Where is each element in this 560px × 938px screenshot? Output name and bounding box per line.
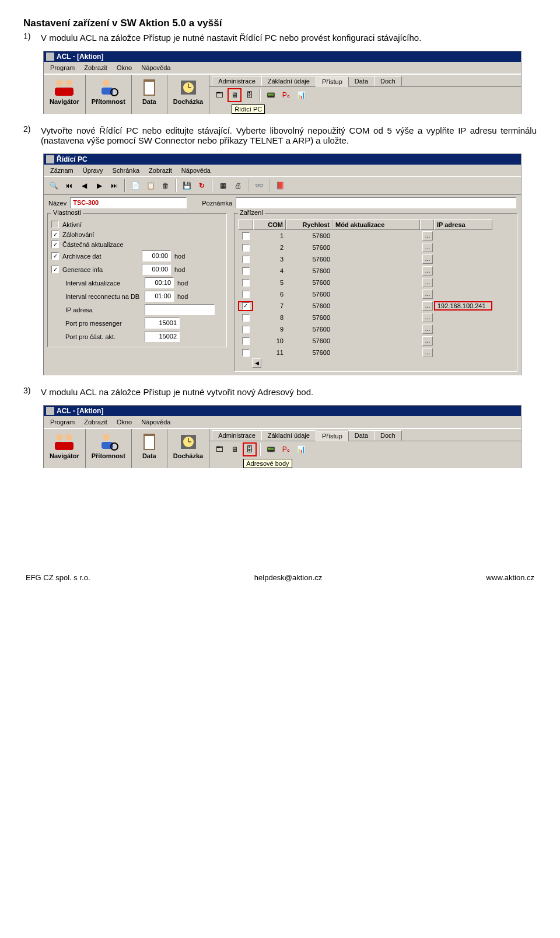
row-checkbox[interactable] (242, 291, 250, 298)
menu-napoveda2[interactable]: Nápověda (177, 166, 215, 175)
tool-icon-4[interactable]: 📟 (264, 443, 277, 456)
hscrollbar[interactable]: ◀ (238, 358, 513, 368)
last-icon[interactable]: ⏭ (108, 179, 121, 192)
data-button[interactable]: Data (132, 75, 167, 114)
generace-checkbox[interactable]: ✓ (51, 266, 59, 273)
tab-data[interactable]: Data (348, 76, 374, 86)
copy-icon[interactable]: 📋 (144, 179, 157, 192)
tool-icon-2[interactable]: 🖥 (228, 443, 241, 456)
interval-akt-value[interactable]: 00:10 (145, 277, 174, 288)
tool-icon-5[interactable]: Pₒ (279, 443, 292, 456)
aktivni-checkbox[interactable] (51, 221, 59, 228)
row-dots-button[interactable]: ... (422, 325, 433, 334)
row-checkbox[interactable] (242, 326, 250, 333)
menu-zaznam[interactable]: Záznam (46, 166, 78, 175)
row-checkbox[interactable] (242, 267, 250, 275)
dochazka-button[interactable]: Docházka (167, 429, 209, 468)
row-dots-button[interactable]: ... (422, 243, 433, 252)
refresh-icon[interactable]: ↻ (195, 179, 208, 192)
tab-dochazka[interactable]: Doch (374, 430, 402, 441)
cell-com: 9 (253, 326, 286, 333)
tab-dochazka[interactable]: Doch (374, 76, 402, 86)
row-dots-button[interactable]: ... (422, 290, 433, 299)
tool-icon-1[interactable]: 🗔 (213, 443, 226, 456)
menu-okno[interactable]: Okno (113, 417, 136, 427)
port-mess-value[interactable]: 15001 (145, 318, 180, 329)
help-icon[interactable]: 📕 (274, 179, 286, 192)
new-icon[interactable]: 📄 (129, 179, 142, 192)
menu-program[interactable]: Program (46, 417, 79, 427)
row-dots-button[interactable]: ... (422, 301, 433, 311)
menu-zobrazit[interactable]: Zobrazit (80, 63, 111, 72)
row-checkbox[interactable] (242, 279, 250, 287)
row-dots-button[interactable]: ... (422, 231, 433, 240)
zalohovani-checkbox[interactable]: ✓ (51, 231, 59, 238)
row-dots-button[interactable]: ... (422, 254, 433, 264)
row-dots-button[interactable]: ... (422, 348, 433, 357)
row-checkbox[interactable] (242, 349, 250, 357)
navigator-button[interactable]: Navigátor (44, 429, 86, 468)
menu-napoveda[interactable]: Nápověda (137, 417, 174, 427)
adresove-body-button[interactable]: 🗄 (243, 443, 256, 456)
table-row-7: ✓757600...192.168.100.241 (238, 300, 513, 312)
navigator-button[interactable]: Navigátor (44, 75, 86, 114)
menu-okno[interactable]: Okno (113, 63, 136, 72)
tool-icon-3[interactable]: 🗄 (243, 89, 256, 102)
tab-pristup[interactable]: Přístup (316, 76, 349, 87)
row-checkbox[interactable] (242, 256, 250, 263)
tool-icon-6[interactable]: 📊 (295, 443, 307, 456)
grid-icon[interactable]: ▦ (216, 179, 229, 192)
dochazka-button[interactable]: Docházka (167, 75, 209, 114)
pritomnost-button[interactable]: Přítomnost (86, 429, 132, 468)
generace-value[interactable]: 00:00 (142, 264, 171, 275)
tab-data[interactable]: Data (348, 430, 374, 441)
nazev-input[interactable]: TSC-300 (70, 197, 187, 208)
find-icon[interactable]: 👓 (253, 179, 265, 192)
port-cast-value[interactable]: 15002 (145, 331, 180, 342)
row-dots-button[interactable]: ... (422, 278, 433, 287)
tab-administrace[interactable]: Administrace (212, 430, 262, 441)
menu-schranka[interactable]: Schránka (108, 166, 144, 175)
tool-icon-5[interactable]: Pₒ (279, 89, 292, 102)
ip-adresa-input[interactable] (145, 304, 215, 315)
ridici-pc-button[interactable]: 🖥 (228, 89, 241, 102)
tab-pristup[interactable]: Přístup (316, 431, 349, 441)
menu-zobrazit2[interactable]: Zobrazit (145, 166, 176, 175)
interval-rec-value[interactable]: 01:00 (145, 291, 174, 302)
tool-icon-6[interactable]: 📊 (295, 89, 307, 102)
archivace-value[interactable]: 00:00 (142, 250, 171, 261)
tab-zakladni-udaje[interactable]: Základní údaje (261, 76, 316, 86)
tool-icon-1[interactable]: 🗔 (213, 89, 226, 102)
next-icon[interactable]: ▶ (93, 179, 106, 192)
hdr-rychlost: Rychlost (286, 219, 332, 230)
row-checkbox[interactable] (242, 314, 250, 322)
poznamka-input[interactable] (236, 197, 516, 208)
row7-checkbox[interactable]: ✓ (242, 302, 250, 310)
castecna-checkbox[interactable]: ✓ (51, 240, 59, 248)
delete-icon[interactable]: 🗑 (159, 179, 172, 192)
tool-icon-4[interactable]: 📟 (264, 89, 277, 102)
row-dots-button[interactable]: ... (422, 336, 433, 346)
data-button[interactable]: Data (132, 429, 167, 468)
save-icon[interactable]: 💾 (180, 179, 193, 192)
archivace-checkbox[interactable]: ✓ (51, 252, 59, 260)
tab-administrace[interactable]: Administrace (212, 76, 262, 86)
zoom-icon[interactable]: 🔍 (47, 179, 60, 192)
menu-napoveda[interactable]: Nápověda (137, 63, 174, 72)
tab-zakladni-udaje[interactable]: Základní údaje (261, 430, 316, 441)
row-dots-button[interactable]: ... (422, 313, 433, 322)
menu-upravy[interactable]: Úpravy (79, 166, 107, 175)
row-checkbox[interactable] (242, 337, 250, 345)
first-icon[interactable]: ⏮ (62, 179, 75, 192)
print-icon[interactable]: 🖨 (232, 179, 244, 192)
prev-icon[interactable]: ◀ (78, 179, 90, 192)
menu-program[interactable]: Program (46, 63, 79, 72)
svg-point-13 (65, 434, 72, 441)
person-search-icon (97, 431, 120, 451)
row-checkbox[interactable] (242, 244, 250, 252)
pritomnost-button[interactable]: Přítomnost (86, 75, 132, 114)
menu-zobrazit[interactable]: Zobrazit (80, 417, 111, 427)
scroll-left-icon[interactable]: ◀ (252, 358, 261, 368)
row-dots-button[interactable]: ... (422, 266, 433, 276)
row-checkbox[interactable] (242, 232, 250, 240)
